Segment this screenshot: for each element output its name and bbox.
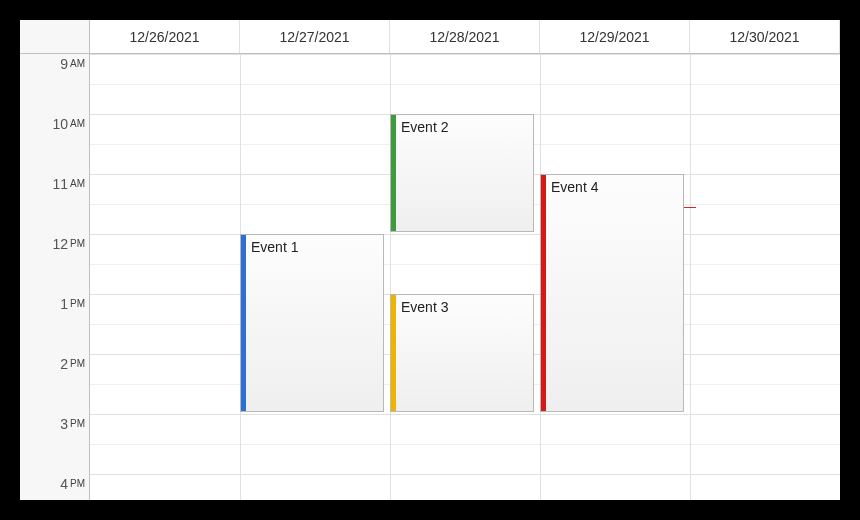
calendar-body: 9AM10AM11AM12PM1PM2PM3PM4PM Event 1Event… [20, 54, 840, 500]
calendar-event[interactable]: Event 4 [540, 174, 684, 412]
time-label: 3PM [20, 414, 85, 474]
hour-line [90, 414, 840, 415]
time-ampm: PM [70, 356, 85, 369]
time-label: 12PM [20, 234, 85, 294]
time-label: 10AM [20, 114, 85, 174]
hour-line [90, 234, 840, 235]
half-hour-line [90, 444, 840, 445]
calendar-event[interactable]: Event 2 [390, 114, 534, 232]
header-corner [20, 20, 90, 53]
time-ampm: AM [70, 176, 85, 189]
calendar-frame: 12/26/2021 12/27/2021 12/28/2021 12/29/2… [20, 20, 840, 500]
day-header[interactable]: 12/29/2021 [540, 20, 690, 53]
day-header[interactable]: 12/30/2021 [690, 20, 840, 53]
time-ampm: PM [70, 296, 85, 309]
calendar-event[interactable]: Event 1 [240, 234, 384, 412]
event-color-bar [541, 175, 546, 411]
time-hour: 11 [52, 176, 68, 192]
time-hour: 12 [52, 236, 68, 252]
time-label: 2PM [20, 354, 85, 414]
day-separator [690, 54, 691, 500]
event-color-bar [391, 295, 396, 411]
hour-line [90, 474, 840, 475]
time-hour: 4 [60, 476, 68, 492]
time-label: 4PM [20, 474, 85, 500]
event-title: Event 2 [401, 119, 448, 135]
time-label: 1PM [20, 294, 85, 354]
day-header[interactable]: 12/28/2021 [390, 20, 540, 53]
time-ampm: PM [70, 416, 85, 429]
time-hour: 1 [60, 296, 68, 312]
time-hour: 10 [52, 116, 68, 132]
hour-line [90, 54, 840, 55]
half-hour-line [90, 84, 840, 85]
time-ampm: PM [70, 236, 85, 249]
time-ampm: PM [70, 476, 85, 489]
event-title: Event 1 [251, 239, 298, 255]
event-title: Event 4 [551, 179, 598, 195]
event-color-bar [241, 235, 246, 411]
time-hour: 9 [60, 56, 68, 72]
calendar-header-row: 12/26/2021 12/27/2021 12/28/2021 12/29/2… [20, 20, 840, 54]
event-title: Event 3 [401, 299, 448, 315]
calendar-grid[interactable]: Event 1Event 2Event 3Event 4 [90, 54, 840, 500]
time-ampm: AM [70, 116, 85, 129]
time-hour: 2 [60, 356, 68, 372]
event-color-bar [391, 115, 396, 231]
time-ampm: AM [70, 56, 85, 69]
day-header[interactable]: 12/26/2021 [90, 20, 240, 53]
time-label: 11AM [20, 174, 85, 234]
time-hour: 3 [60, 416, 68, 432]
half-hour-line [90, 264, 840, 265]
time-label: 9AM [20, 54, 85, 114]
time-ruler: 9AM10AM11AM12PM1PM2PM3PM4PM [20, 54, 90, 500]
calendar-event[interactable]: Event 3 [390, 294, 534, 412]
day-header[interactable]: 12/27/2021 [240, 20, 390, 53]
